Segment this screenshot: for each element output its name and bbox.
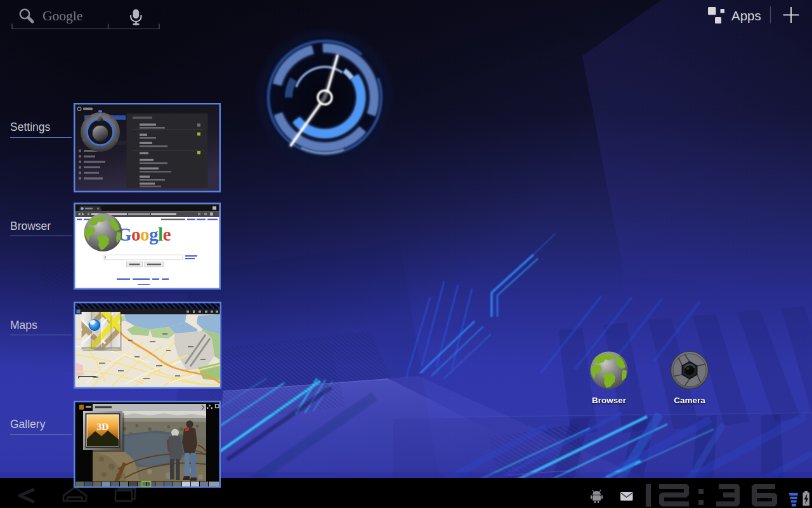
svg-text:3D: 3D [97,421,109,432]
svg-text:Google: Google [43,8,82,23]
svg-text:Google: Google [117,224,171,244]
svg-text:Browser: Browser [592,396,627,405]
svg-text:Camera: Camera [674,396,705,405]
svg-text:Apps: Apps [731,8,761,23]
